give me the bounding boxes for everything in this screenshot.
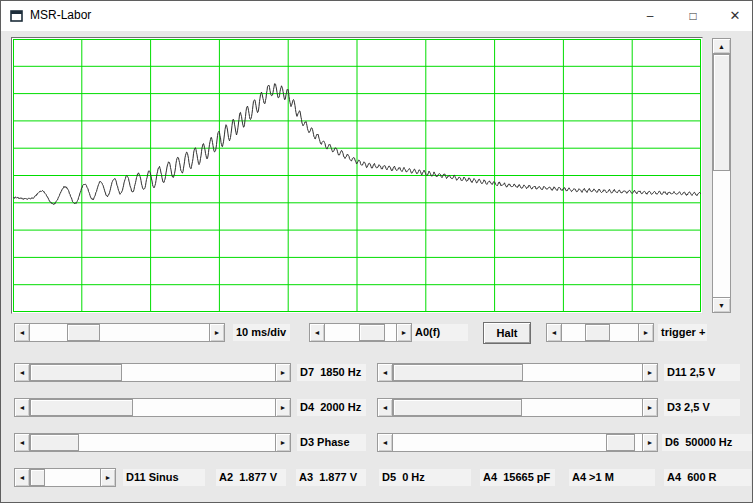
d11-waveform-scrollbar: ◄►: [14, 468, 116, 487]
channel-scrollbar: ◄►: [309, 323, 412, 342]
scroll-right-button[interactable]: ►: [275, 433, 291, 452]
time-per-div-label: 10 ms/div: [233, 324, 290, 341]
scrollbar-track[interactable]: [562, 323, 638, 342]
scroll-up-button[interactable]: ▲: [712, 38, 731, 54]
scrollbar-track[interactable]: [30, 363, 275, 382]
d3-voltage-label: D3 2,5 V: [664, 399, 740, 416]
scope-trace-svg: [13, 39, 701, 312]
scrollbar-track[interactable]: [30, 468, 100, 487]
scrollbar-track[interactable]: [325, 323, 396, 342]
scroll-left-button[interactable]: ◄: [309, 323, 325, 342]
trigger-scrollbar: ◄►: [546, 323, 654, 342]
scroll-right-button[interactable]: ►: [642, 398, 658, 417]
d4-frequency-scrollbar: ◄►: [14, 398, 291, 417]
scroll-left-button[interactable]: ◄: [14, 433, 30, 452]
halt-button[interactable]: Halt: [483, 322, 531, 344]
scroll-right-button[interactable]: ►: [275, 363, 291, 382]
title-bar: MSR-Labor – □ ✕: [1, 1, 752, 31]
scroll-left-button[interactable]: ◄: [14, 363, 30, 382]
scrollbar-track[interactable]: [393, 433, 642, 452]
d11-waveform-label: D11 Sinus: [123, 469, 205, 486]
scroll-left-button[interactable]: ◄: [377, 398, 393, 417]
scroll-right-button[interactable]: ►: [209, 323, 225, 342]
scrollbar-thumb[interactable]: [393, 399, 522, 416]
scroll-left-button[interactable]: ◄: [546, 323, 562, 342]
scroll-right-button[interactable]: ►: [638, 323, 654, 342]
a2-voltage-label: A2 1.877 V: [216, 469, 286, 486]
timebase-scrollbar: ◄►: [14, 323, 225, 342]
d7-frequency-scrollbar: ◄►: [14, 363, 291, 382]
window-title: MSR-Labor: [30, 8, 91, 22]
a4-capacitance-label: A4 15665 pF: [480, 469, 555, 486]
scroll-left-button[interactable]: ◄: [14, 323, 30, 342]
scrollbar-thumb[interactable]: [30, 364, 122, 381]
d11-voltage-scrollbar: ◄►: [377, 363, 658, 382]
a4-resistance-label: A4 600 R: [664, 469, 751, 486]
d11-voltage-label: D11 2,5 V: [664, 364, 740, 381]
scrollbar-thumb[interactable]: [30, 399, 133, 416]
scrollbar-thumb[interactable]: [606, 434, 635, 451]
scrollbar-thumb[interactable]: [713, 54, 730, 171]
scrollbar-thumb[interactable]: [30, 434, 79, 451]
scroll-right-button[interactable]: ►: [100, 468, 116, 487]
scrollbar-thumb[interactable]: [30, 469, 45, 486]
a3-voltage-label: A3 1.877 V: [296, 469, 366, 486]
scrollbar-track[interactable]: [30, 433, 275, 452]
scroll-left-button[interactable]: ◄: [377, 433, 393, 452]
scrollbar-thumb[interactable]: [393, 364, 523, 381]
scrollbar-thumb[interactable]: [585, 324, 610, 341]
d3-voltage-scrollbar: ◄►: [377, 398, 658, 417]
scroll-right-button[interactable]: ►: [275, 398, 291, 417]
scrollbar-track[interactable]: [712, 54, 731, 297]
d6-frequency-label: D6 50000 Hz: [662, 434, 752, 451]
scroll-left-button[interactable]: ◄: [377, 363, 393, 382]
scrollbar-thumb[interactable]: [359, 324, 385, 341]
scroll-right-button[interactable]: ►: [642, 433, 658, 452]
scrollbar-track[interactable]: [30, 323, 209, 342]
channel-label: A0(f): [412, 324, 468, 341]
form-icon: [10, 9, 24, 23]
d3-phase-scrollbar: ◄►: [14, 433, 291, 452]
scrollbar-track[interactable]: [393, 398, 642, 417]
d4-frequency-label: D4 2000 Hz: [297, 399, 366, 416]
scrollbar-track[interactable]: [30, 398, 275, 417]
scrollbar-thumb[interactable]: [67, 324, 100, 341]
a4-resistance-high-label: A4 >1 M: [569, 469, 655, 486]
maximize-button[interactable]: □: [674, 1, 712, 30]
vertical-scale-scrollbar: ▲▼: [712, 38, 731, 313]
scrollbar-track[interactable]: [393, 363, 642, 382]
minimize-button[interactable]: –: [631, 1, 669, 30]
trigger-mode-label: trigger +: [658, 324, 707, 341]
d5-frequency-label: D5 0 Hz: [379, 469, 471, 486]
scroll-left-button[interactable]: ◄: [14, 398, 30, 417]
app-window: MSR-Labor – □ ✕ 10 ms/div A0(f) Halt tri…: [0, 0, 753, 503]
d3-phase-label: D3 Phase: [297, 434, 366, 451]
scroll-left-button[interactable]: ◄: [14, 468, 30, 487]
scope-plot-area: [13, 39, 701, 312]
d6-frequency-scrollbar: ◄►: [377, 433, 658, 452]
scroll-right-button[interactable]: ►: [396, 323, 412, 342]
d7-frequency-label: D7 1850 Hz: [297, 364, 366, 381]
scroll-down-button[interactable]: ▼: [712, 297, 731, 313]
scroll-right-button[interactable]: ►: [642, 363, 658, 382]
close-button[interactable]: ✕: [716, 1, 753, 30]
oscilloscope-display: [11, 37, 703, 314]
